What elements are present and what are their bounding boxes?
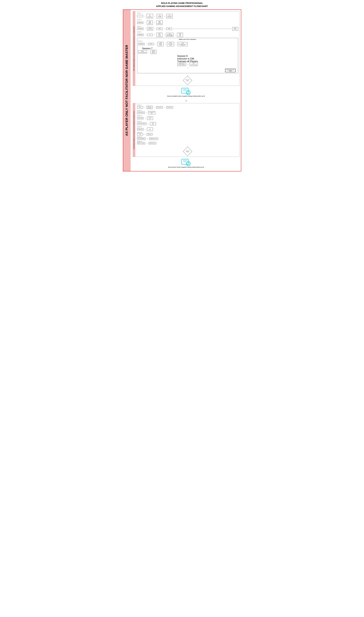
node-dnd1e: D&D 1e / Latest <box>137 142 145 144</box>
node-ii-adv1: IIAdv 1 <box>147 128 153 131</box>
arrow-s5-1: → <box>144 34 146 36</box>
pass-final-exam-top: Pass Final Exam <box>184 77 191 84</box>
side-label: AS PLAYER ONLY NOT FACILITATOR NOR GAME … <box>125 45 129 136</box>
top-section-label: RPCG CANDIDATE TRAINEE Level 0 Applied G… <box>133 11 135 86</box>
node-ntye-adv3: NTYE Adv 3 <box>166 106 173 108</box>
session-3-flow: SABM SAB → SAB2SAB3(Book 3) → SAB1SABs(W… <box>137 21 238 25</box>
arrow-s4-2: → <box>154 28 156 30</box>
arrow-1: → <box>144 15 146 17</box>
side-label-container: AS PLAYER ONLY NOT FACILITATOR NOR GAME … <box>123 10 130 171</box>
arrow-s9-1: → <box>144 107 146 108</box>
node-choosable2: #2Choosable(To Be) <box>157 14 163 18</box>
session-4-label: Session 4 <box>137 26 238 27</box>
diamond-text-bottom: Pass Final Exam <box>184 148 191 155</box>
pass-final-exam-bottom-area: Pass Final Exam <box>137 148 238 155</box>
node-sam5-add: SAM5Add to basicsPregen <box>167 42 174 46</box>
bottom-section-content: Session 9 NTYE → NTYE Adv 1Diagnment → N… <box>137 105 238 155</box>
page-title: ROLE-PLAYING GAME PROFESSIONAL APPLIED G… <box>123 1 241 8</box>
node-golden-sky: Golden Sky Stories <box>137 122 146 125</box>
arrow-s12: → <box>147 123 149 125</box>
node-hash: # <box>137 15 143 17</box>
arrow-s3-2: → <box>154 22 156 24</box>
candidate-cert-icon <box>181 87 191 95</box>
arrow-s5-3: → <box>163 34 165 36</box>
session-15-flow: Top Secret/WW2 → TS/WW2 Intro Adv 1 <box>137 138 238 140</box>
arrow-s5-2: → <box>154 34 156 36</box>
session-16: Session 16 D&D 1e / Latest → D&D Intro A… <box>137 141 238 144</box>
session-6-label: Session 6 <box>138 40 237 41</box>
candidate-cert-text: Receive Candidate Trainee Completed Trai… <box>133 95 239 97</box>
session-7-flow: BFRPG1st-Time GM Series → BFRPGFirsttime… <box>138 50 157 54</box>
arrow-s3-1: → <box>144 22 146 24</box>
session-13-label: Session 13 <box>137 126 238 127</box>
node-bfrpg-firsttime: BFRPGFirsttimeGM Adv 1 <box>151 50 156 54</box>
session-5-label: Session 5 <box>137 31 238 32</box>
arrow-s10: → <box>145 112 147 114</box>
node-vgs: #1VGS(Abbreviate) <box>147 14 153 18</box>
node-gss-adv1: GSSAdv 1 <box>150 122 156 125</box>
node-sabmsab: SABM SAB <box>137 22 143 24</box>
session-8-label: Session 8Instructor is GM,Trainees all P… <box>177 55 198 63</box>
session-3: Session 3 SABM SAB → SAB2SAB3(Book 3) → … <box>137 19 238 25</box>
arrow-s6-4: → <box>175 43 177 45</box>
node-adv1: Adv 1Search of Gondal <box>190 63 198 66</box>
session-12-flow: Golden Sky Stories → GSSAdv 1 <box>137 122 238 125</box>
node-choosable3: #3Choosable(# and/or 3) <box>166 14 173 18</box>
pass-final-exam-top-area: Pass Final Exam <box>137 77 238 84</box>
session-1-label: Session 1 <box>137 13 238 13</box>
arrow-s16: → <box>146 142 148 144</box>
session-1: Session 1 # → #1VGS(Abbreviate) → #2Choo… <box>137 13 238 18</box>
arrow-s8: → <box>187 63 189 66</box>
node-sabmsam6: SABM/SAM <box>138 43 145 45</box>
node-tsww2-adv1: TS/WW2 Intro Adv 1 <box>149 138 158 140</box>
arrow-s7: → <box>148 51 150 53</box>
session-16-label: Session 16 <box>137 141 238 142</box>
arrow-s9-2: → <box>154 107 155 108</box>
content-area: RPCG CANDIDATE TRAINEE Level 0 Applied G… <box>133 11 239 168</box>
node-cjc: CJC <box>147 34 153 36</box>
node-doctor-who: Doctor Who <box>137 117 144 119</box>
node-sam2-4: SAM2 <box>166 28 172 30</box>
node-sam5-2020: SAM52020Press <box>177 33 183 37</box>
session-9-label: Session 9 <box>137 105 238 106</box>
pass-background-check: Pass BackgroundCheck <box>225 69 236 72</box>
arrow-s9-3: → <box>164 107 166 108</box>
session-4: Session 4 SABM/SAM → RECM1981-1489 → SAM… <box>137 26 238 30</box>
arrow-s13: → <box>144 128 146 130</box>
node-sam5-custom: SAM5Make basic custom PCbring/at play <box>178 42 188 46</box>
session-1-flow: # → #1VGS(Abbreviate) → #2Choosable(To B… <box>137 14 238 18</box>
arrow-s6-2: → <box>155 43 157 45</box>
session-14: Session 14 TSR → TSR Adv 1 <box>137 132 238 135</box>
node-drwho-adv1: Dr WhoAdv 1 <box>147 117 153 120</box>
session-10: Session 10 Labyrinth RPG → Labyrinth RPG… <box>137 110 238 114</box>
node-sam3-4: SAM3(BOLG) <box>232 27 238 30</box>
session-11: Session 11 Doctor Who → Dr WhoAdv 1 <box>137 115 238 120</box>
session-3-label: Session 3 <box>137 19 238 20</box>
node-sab1: SAB1SABs(Workbook) <box>156 21 163 25</box>
diamond-text-top: Pass Final Exam <box>184 77 191 84</box>
arrow-down-bg: ↓ <box>138 66 237 68</box>
node-ntye-adv2: NTYE Adv 2 <box>156 106 163 108</box>
session-8-flow: BFRPG RegularAdventure modules → Adv 1Se… <box>177 63 198 66</box>
bottom-section-label-text: RPCGP NOVICE TRAINEE Level 0 Training Fl… <box>134 111 135 149</box>
session-14-label: Session 14 <box>137 132 238 133</box>
bfrpg-box: BFRPG Level 0-1 PCs / Adventures Session… <box>137 38 238 73</box>
node-bfrpg6: BFRPG <box>148 43 154 45</box>
session-5: Session 5 SABM/SAM → CJC → SAM22017Frame… <box>137 31 238 37</box>
node-sam5-4: SAM5 <box>157 28 163 30</box>
session-9: Session 9 NTYE → NTYE Adv 1Diagnment → N… <box>137 105 238 109</box>
session-12-label: Session 12 <box>137 121 238 122</box>
pass-bg-area: Pass BackgroundCheck <box>138 69 236 72</box>
node-sab23: SAB2SAB3(Book 3) <box>147 21 153 25</box>
arrow-s4-3: → <box>163 28 165 30</box>
bottom-section-label: RPCGP NOVICE TRAINEE Level 0 Training Fl… <box>133 103 135 157</box>
arrow-2: → <box>154 15 156 17</box>
session-13: Session 13 Inspirit Isles → IIAdv 1 <box>137 126 238 131</box>
session-5-flow: SABM/SAM → CJC → SAM22017Frames → SAM2SM… <box>137 33 238 37</box>
session-16-flow: D&D 1e / Latest → D&D Intro Adv 1 <box>137 142 238 144</box>
session-14-flow: TSR → TSR Adv 1 <box>137 133 238 135</box>
node-ts-ww2: Top Secret/WW2 <box>137 138 145 140</box>
node-inspirit: Inspirit Isles <box>137 128 144 130</box>
session-10-label: Session 10 <box>137 110 238 111</box>
bfrpg-title: BFRPG Level 0-1 PCs / Adventures <box>138 39 237 40</box>
